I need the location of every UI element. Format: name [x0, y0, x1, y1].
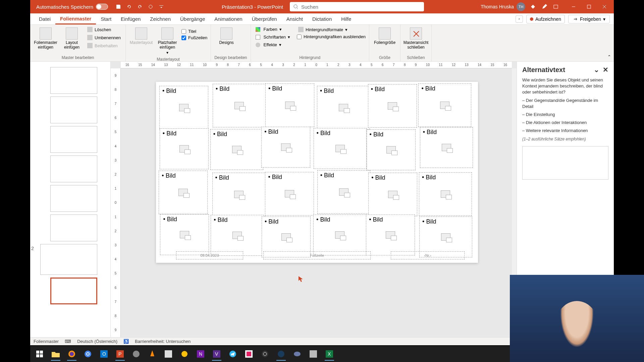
status-lang-icon[interactable]: ⌨ — [65, 339, 71, 344]
effects-button[interactable]: Effekte ▾ — [254, 42, 291, 48]
tab-ueberpruefen[interactable]: Überprüfen — [247, 14, 282, 24]
insert-layout-button[interactable]: Layout einfügen — [60, 26, 84, 51]
date-placeholder[interactable]: 09.04.2023 — [176, 251, 243, 259]
app-icon[interactable] — [290, 347, 305, 361]
obs-icon[interactable] — [258, 347, 272, 361]
title-checkbox[interactable]: Titel — [181, 29, 207, 34]
vlc-icon[interactable] — [145, 347, 160, 361]
themes-button[interactable]: Designs — [214, 26, 238, 46]
status-access-icon[interactable]: ♿ — [123, 339, 129, 344]
image-placeholder[interactable]: Bild — [212, 173, 265, 216]
collapse-ribbon-icon[interactable]: ⌃ — [607, 54, 611, 59]
master-thumbnail[interactable]: 2 — [40, 244, 97, 275]
image-placeholder[interactable]: Bild — [419, 172, 472, 216]
app-icon[interactable] — [129, 347, 144, 361]
app-icon[interactable] — [274, 347, 288, 361]
close-master-view-button[interactable]: Masteransicht schließen — [404, 26, 428, 51]
image-placeholder[interactable]: Bild — [265, 83, 314, 127]
image-placeholder[interactable]: Bild — [265, 172, 314, 216]
pen-icon[interactable] — [541, 3, 548, 10]
tab-dictation[interactable]: Dictation — [308, 14, 336, 24]
layout-thumbnail[interactable] — [50, 67, 97, 94]
excel-icon[interactable]: X — [322, 347, 337, 361]
image-placeholder[interactable]: Bild — [368, 173, 417, 216]
autosave-toggle[interactable]: Automatisches Speichern — [36, 4, 108, 10]
firefox-icon[interactable] — [64, 347, 79, 361]
app-icon[interactable] — [241, 347, 256, 361]
slide-thumbnails-pane[interactable]: 2 — [30, 62, 111, 337]
tab-folienmaster[interactable]: Folienmaster — [55, 14, 96, 24]
undo-icon[interactable] — [125, 3, 133, 10]
close-pane-icon[interactable]: ✕ — [603, 66, 608, 74]
collapse-pane-icon[interactable]: ⌄ — [594, 66, 599, 74]
tab-animationen[interactable]: Animationen — [210, 14, 247, 24]
fonts-button[interactable]: Schriftarten ▾ — [254, 34, 291, 40]
slide-number-placeholder[interactable]: ‹Nr.› — [391, 251, 465, 259]
app-icon[interactable] — [177, 347, 192, 361]
start-button[interactable] — [32, 347, 47, 361]
file-explorer-icon[interactable] — [48, 347, 63, 361]
powerpoint-icon[interactable]: P — [113, 347, 127, 361]
app-icon[interactable] — [306, 347, 321, 361]
layout-thumbnail-selected[interactable] — [50, 278, 97, 304]
image-placeholder[interactable]: Bild — [261, 127, 310, 168]
slide-canvas[interactable]: BildBildBildBildBildBildBildBildBildBild… — [156, 82, 478, 263]
image-placeholder[interactable]: Bild — [367, 129, 416, 170]
telegram-icon[interactable] — [225, 347, 240, 361]
delete-button[interactable]: Löschen — [86, 26, 122, 33]
tab-ansicht[interactable]: Ansicht — [282, 14, 308, 24]
save-icon[interactable] — [115, 3, 122, 10]
background-styles-button[interactable]: Hintergrundformate ▾ — [297, 26, 366, 33]
image-placeholder[interactable]: Bild — [211, 215, 264, 256]
slide-size-button[interactable]: Foliengröße — [373, 26, 397, 46]
preserve-button[interactable]: Beibehalten — [86, 42, 122, 49]
comments-icon[interactable] — [516, 15, 523, 23]
tab-datei[interactable]: Datei — [34, 14, 55, 24]
tab-einfuegen[interactable]: Einfügen — [116, 14, 145, 24]
chrome-icon[interactable] — [80, 347, 95, 361]
share-button[interactable]: Freigeben ▾ — [568, 15, 610, 23]
tab-start[interactable]: Start — [96, 14, 116, 24]
layout-thumbnail[interactable] — [50, 126, 97, 153]
user-account[interactable]: Thomas Hruska TH — [481, 2, 525, 11]
alt-text-input[interactable] — [522, 146, 608, 180]
visual-studio-icon[interactable]: V — [209, 347, 224, 361]
image-placeholder[interactable]: Bild — [160, 214, 209, 255]
footer-placeholder[interactable]: Fußzeile — [263, 251, 371, 259]
rename-button[interactable]: Umbenennen — [86, 34, 122, 41]
maximize-button[interactable] — [582, 2, 596, 12]
qat-more-icon[interactable] — [158, 3, 165, 10]
layout-thumbnail[interactable] — [50, 97, 97, 123]
layout-thumbnail[interactable] — [50, 215, 97, 241]
image-placeholder[interactable]: Bild — [317, 170, 370, 214]
image-placeholder[interactable]: Bild — [160, 128, 209, 169]
onenote-icon[interactable]: N — [193, 347, 208, 361]
layout-thumbnail[interactable] — [50, 156, 97, 182]
image-placeholder[interactable]: Bild — [366, 215, 415, 255]
image-placeholder[interactable]: Bild — [313, 215, 366, 255]
close-button[interactable] — [598, 2, 611, 12]
app-icon[interactable] — [161, 347, 176, 361]
tab-hilfe[interactable]: Hilfe — [336, 14, 356, 24]
colors-button[interactable]: Farben ▾ — [254, 26, 291, 33]
insert-slide-master-button[interactable]: Folienmaster einfügen — [34, 26, 58, 51]
master-layout-button[interactable]: Masterlayout — [129, 26, 153, 46]
image-placeholder[interactable]: Bild — [420, 127, 473, 168]
image-placeholder[interactable]: Bild — [418, 83, 471, 127]
tab-uebergaenge[interactable]: Übergänge — [175, 14, 210, 24]
window-icon[interactable] — [552, 3, 559, 10]
touch-mode-icon[interactable] — [147, 3, 154, 10]
image-placeholder[interactable]: Bild — [213, 84, 266, 127]
status-access[interactable]: Barrierefreiheit: Untersuchen — [135, 339, 191, 344]
image-placeholder[interactable]: Bild — [159, 86, 208, 129]
minimize-button[interactable] — [567, 2, 580, 12]
image-placeholder[interactable]: Bild — [368, 84, 417, 128]
record-button[interactable]: Aufzeichnen — [526, 15, 565, 23]
outlook-icon[interactable]: O — [97, 347, 111, 361]
image-placeholder[interactable]: Bild — [314, 128, 367, 169]
footers-checkbox[interactable]: Fußzeilen — [181, 35, 207, 40]
insert-placeholder-button[interactable]: Platzhalter einfügen▾ — [155, 26, 179, 56]
status-lang[interactable]: Deutsch (Österreich) — [77, 339, 117, 344]
tab-zeichnen[interactable]: Zeichnen — [145, 14, 175, 24]
layout-thumbnail[interactable] — [50, 185, 97, 212]
